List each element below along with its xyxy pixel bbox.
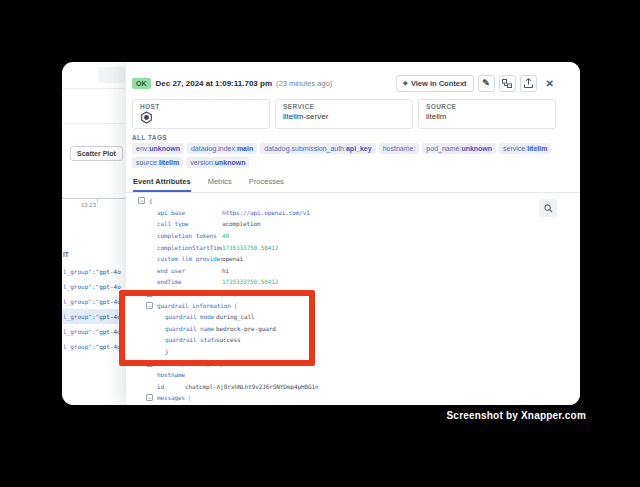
source-card-value: litellm xyxy=(426,112,548,121)
json-row: end_userhi xyxy=(132,265,540,277)
background-widget xyxy=(98,67,125,83)
source-card[interactable]: SOURCE litellm xyxy=(418,99,556,129)
source-card-label: SOURCE xyxy=(426,103,548,110)
tags-list: env:unknowndatadog.index:maindatadog.sub… xyxy=(132,143,556,168)
search-icon xyxy=(544,204,553,213)
edit-button[interactable]: ✎ xyxy=(478,75,495,92)
tag-pill[interactable]: version:unknown xyxy=(186,157,249,168)
all-tags-label: ALL TAGS xyxy=(132,134,167,141)
table-row[interactable]: l_group":"gpt-4o xyxy=(62,324,125,339)
export-icon xyxy=(524,78,533,88)
tag-pill[interactable]: source:litellm xyxy=(132,157,183,168)
event-time-ago: (23 minutes ago) xyxy=(276,79,332,88)
search-attributes-button[interactable] xyxy=(539,199,557,217)
related-data-button[interactable] xyxy=(499,75,516,92)
divider xyxy=(62,123,125,124)
table-row[interactable]: l_group":"gpt-4o xyxy=(62,279,125,294)
target-icon: ⌖ xyxy=(403,79,408,88)
json-row: api_basehttps://api.openai.com/v1 xyxy=(132,207,540,219)
chart-axis-label: 13:23 xyxy=(81,202,96,208)
divider xyxy=(62,88,125,89)
status-badge: OK xyxy=(132,78,151,89)
background-table-header: IT xyxy=(63,251,69,258)
tab-event-attributes[interactable]: Event Attributes xyxy=(133,174,191,192)
red-highlight-annotation xyxy=(119,290,315,366)
host-hexagon-icon xyxy=(140,111,153,124)
json-row: endTime1735333750.50412 xyxy=(132,276,540,288)
host-card[interactable]: HOST xyxy=(132,99,270,129)
json-row: idchatcmpl-Aj8rxhNLht9v2J6rSNYDmp4pH0G1n xyxy=(132,381,540,393)
tab-metrics[interactable]: Metrics xyxy=(208,174,232,192)
tag-pill[interactable]: hostname: xyxy=(379,143,420,154)
tag-pill[interactable]: env:unknown xyxy=(132,143,184,154)
json-row: −{ xyxy=(132,195,540,207)
tag-pill[interactable]: datadog.index:main xyxy=(187,143,257,154)
json-row: hostname xyxy=(132,369,540,381)
service-card[interactable]: SERVICE litellm-server xyxy=(275,99,413,129)
tab-processes[interactable]: Processes xyxy=(249,174,284,192)
chart-axis xyxy=(62,198,128,199)
service-card-value: litellm-server xyxy=(283,112,405,121)
collapse-icon[interactable]: − xyxy=(138,197,145,204)
table-row[interactable]: l_group":"gpt-4o xyxy=(62,309,125,324)
host-card-label: HOST xyxy=(140,103,262,110)
view-in-context-button[interactable]: ⌖ View in Context xyxy=(396,75,474,92)
json-row: call_typeacompletion xyxy=(132,218,540,230)
json-row: custom_llm_provideropenai xyxy=(132,253,540,265)
panel-header: OK Dec 27, 2024 at 1:09:11.703 pm (23 mi… xyxy=(132,74,556,92)
table-row[interactable]: l_group":"gpt-4o xyxy=(62,294,125,309)
related-data-icon xyxy=(502,79,512,88)
export-button[interactable] xyxy=(520,75,537,92)
view-in-context-label: View in Context xyxy=(411,79,467,88)
tag-pill[interactable]: datadog.submission_auth:api_key xyxy=(260,143,375,154)
collapse-icon[interactable]: − xyxy=(146,394,153,401)
close-button[interactable]: ✕ xyxy=(544,75,556,92)
json-row: −messages[ xyxy=(132,392,540,404)
tag-pill[interactable]: pod_name:unknown xyxy=(422,143,496,154)
panel-toolbar: ⌖ View in Context ✎ xyxy=(396,75,556,92)
background-table: l_group":"gpt-4ol_group":"gpt-4ol_group"… xyxy=(62,264,125,354)
summary-cards: HOST SERVICE litellm-server SOURCE litel… xyxy=(132,99,556,129)
scatter-plot-button[interactable]: Scatter Plot xyxy=(70,146,123,161)
table-row[interactable]: l_group":"gpt-4o xyxy=(62,264,125,279)
close-icon: ✕ xyxy=(546,78,554,89)
pencil-icon: ✎ xyxy=(482,79,490,88)
watermark-text: Screenshot by Xnapper.com xyxy=(447,410,587,421)
service-card-label: SERVICE xyxy=(283,103,405,110)
json-row: completion_tokens40 xyxy=(132,230,540,242)
chart-axis-tick xyxy=(97,199,98,202)
table-row[interactable]: l_group":"gpt-4o xyxy=(62,339,125,354)
panel-tabs: Event AttributesMetricsProcesses xyxy=(126,174,580,193)
tag-pill[interactable]: service:litellm xyxy=(499,143,551,154)
json-row: completionStartTime1735333750.50412 xyxy=(132,241,540,253)
event-timestamp: Dec 27, 2024 at 1:09:11.703 pm xyxy=(156,79,273,88)
